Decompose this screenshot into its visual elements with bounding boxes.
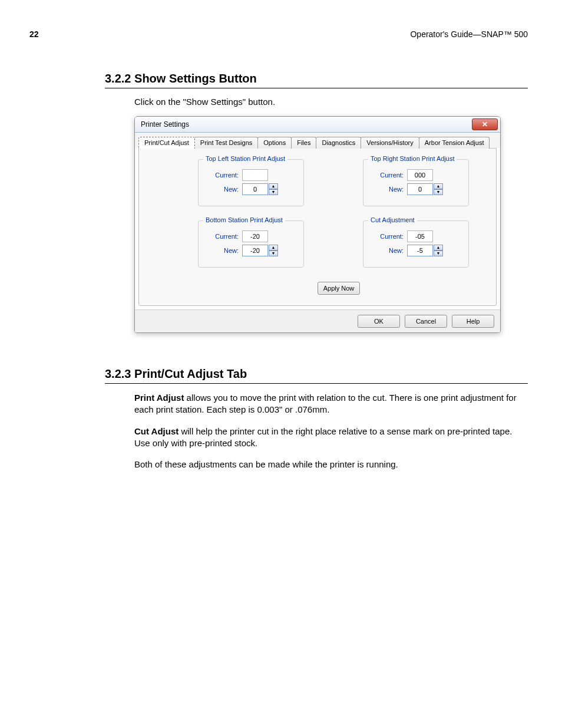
page-number: 22 xyxy=(29,29,39,39)
para-2-rest: will help the printer cut in the right p… xyxy=(134,426,512,448)
chevron-down-icon[interactable]: ▼ xyxy=(269,251,278,256)
chevron-up-icon[interactable]: ▲ xyxy=(269,245,278,251)
tab-print-test-designs[interactable]: Print Test Designs xyxy=(194,137,258,149)
group-cut-adjustment: Cut Adjustment Current: -05 New: -5 ▲▼ xyxy=(363,220,469,268)
group-top-right: Top Right Station Print Adjust Current: … xyxy=(363,159,469,206)
close-button[interactable]: ✕ xyxy=(472,118,498,130)
group-bottom: Bottom Station Print Adjust Current: -20… xyxy=(198,220,304,268)
new-value-input[interactable]: -20 xyxy=(242,245,268,256)
term-print-adjust: Print Adjust xyxy=(134,393,184,403)
ok-button[interactable]: OK xyxy=(358,315,400,328)
apply-now-button[interactable]: Apply Now xyxy=(318,282,360,295)
current-value: -20 xyxy=(242,230,268,242)
chevron-up-icon[interactable]: ▲ xyxy=(269,183,278,189)
printer-settings-dialog: Printer Settings ✕ Print/Cut Adjust Prin… xyxy=(134,116,501,333)
tab-print-cut-adjust[interactable]: Print/Cut Adjust xyxy=(138,137,195,149)
spin-buttons[interactable]: ▲▼ xyxy=(434,245,443,256)
para-1-rest: allows you to move the print with relati… xyxy=(134,393,517,414)
chevron-up-icon[interactable]: ▲ xyxy=(434,245,443,251)
dialog-title: Printer Settings xyxy=(141,120,189,129)
spin-buttons[interactable]: ▲▼ xyxy=(269,183,278,195)
current-value: 000 xyxy=(407,169,433,181)
spin-buttons[interactable]: ▲▼ xyxy=(434,183,443,195)
dialog-button-row: OK Cancel Help xyxy=(135,309,500,332)
label-current: Current: xyxy=(206,172,239,179)
group-legend: Top Left Station Print Adjust xyxy=(203,155,287,162)
body-para-1: Print Adjust allows you to move the prin… xyxy=(134,392,528,416)
chevron-down-icon[interactable]: ▼ xyxy=(434,251,443,256)
section-title-print-cut-adjust: 3.2.3 Print/Cut Adjust Tab xyxy=(105,367,528,381)
tab-strip: Print/Cut Adjust Print Test Designs Opti… xyxy=(135,133,500,148)
section-intro: Click on the "Show Settings" button. xyxy=(134,97,528,107)
header-right: Operator's Guide—SNAP™ 500 xyxy=(410,29,528,39)
section-rule xyxy=(105,88,528,88)
spin-buttons[interactable]: ▲▼ xyxy=(269,245,278,256)
label-current: Current: xyxy=(371,172,404,179)
tab-diagnostics[interactable]: Diagnostics xyxy=(316,137,361,149)
current-value: -05 xyxy=(407,230,433,242)
close-icon: ✕ xyxy=(482,121,488,128)
label-new: New: xyxy=(371,247,404,254)
group-legend: Bottom Station Print Adjust xyxy=(203,216,285,223)
chevron-down-icon[interactable]: ▼ xyxy=(269,189,278,195)
cancel-button[interactable]: Cancel xyxy=(405,315,447,328)
tab-files[interactable]: Files xyxy=(291,137,316,149)
label-current: Current: xyxy=(206,233,239,240)
label-new: New: xyxy=(206,186,239,193)
group-legend: Top Right Station Print Adjust xyxy=(368,155,457,162)
section-title-show-settings: 3.2.2 Show Settings Button xyxy=(105,72,528,85)
tab-versions-history[interactable]: Versions/History xyxy=(361,137,419,149)
label-new: New: xyxy=(206,247,239,254)
group-legend: Cut Adjustment xyxy=(368,216,417,223)
body-para-3: Both of these adjustments can be made wh… xyxy=(134,459,528,470)
tab-panel: Top Left Station Print Adjust Current: N… xyxy=(138,148,497,306)
new-value-input[interactable]: 0 xyxy=(407,183,433,195)
tab-options[interactable]: Options xyxy=(257,137,292,149)
term-cut-adjust: Cut Adjust xyxy=(134,426,178,436)
help-button[interactable]: Help xyxy=(452,315,494,328)
chevron-down-icon[interactable]: ▼ xyxy=(434,189,443,195)
section-rule xyxy=(105,383,528,384)
tab-arbor-tension-adjust[interactable]: Arbor Tension Adjust xyxy=(419,137,490,149)
group-top-left: Top Left Station Print Adjust Current: N… xyxy=(198,159,304,206)
body-para-2: Cut Adjust will help the printer cut in … xyxy=(134,426,528,450)
current-value xyxy=(242,169,268,181)
label-new: New: xyxy=(371,186,404,193)
label-current: Current: xyxy=(371,233,404,240)
new-value-input[interactable]: 0 xyxy=(242,183,268,195)
dialog-titlebar[interactable]: Printer Settings ✕ xyxy=(135,117,500,133)
chevron-up-icon[interactable]: ▲ xyxy=(434,183,443,189)
new-value-input[interactable]: -5 xyxy=(407,245,433,256)
